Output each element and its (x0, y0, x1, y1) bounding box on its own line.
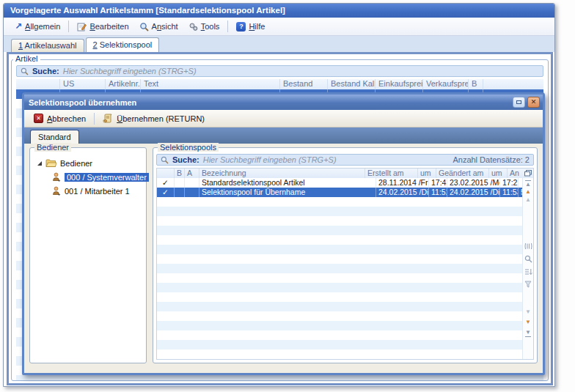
tab-standard[interactable]: Standard (30, 130, 79, 144)
sort-icon[interactable] (524, 268, 532, 275)
scroll-to-top-icon[interactable]: ▲ (525, 180, 531, 188)
column-header-um2[interactable]: um (489, 169, 508, 178)
menu-separator (227, 21, 228, 32)
folder-icon (45, 159, 56, 168)
search-table-icon[interactable] (524, 255, 532, 263)
main-tabstrip: 1 Artikelauswahl 2 Selektionspool (4, 36, 554, 52)
menu-allgemein[interactable]: ↗ Allgemein (10, 20, 65, 33)
menu-hilfe[interactable]: ? Hilfe (231, 21, 270, 33)
dialog-titlebar[interactable]: Selektionspool übernehmen ✕ (24, 95, 543, 110)
allgemein-arrow-icon: ↗ (15, 21, 22, 32)
apply-button[interactable]: Übernehmen (RETURN) (98, 112, 210, 125)
search-placeholder: Hier Suchbegriff eingeben (STRG+S) (203, 155, 337, 164)
toolbar-separator (94, 113, 95, 125)
restore-icon (516, 100, 521, 104)
table-nav-strip: ▲ ▲ ▲ ▼ ▼ ▼ (522, 178, 533, 359)
pools-search-bar[interactable]: Suche: Hier Suchbegriff eingeben (STRG+S… (156, 154, 534, 166)
scroll-up-icon[interactable]: ▲ (525, 188, 531, 196)
cancel-x-icon: ✕ (34, 114, 43, 123)
scroll-down-page-icon[interactable]: ▼ (525, 308, 531, 317)
tab-artikelauswahl[interactable]: 1 Artikelauswahl (11, 39, 84, 52)
user-icon (52, 172, 61, 182)
menu-separator (68, 21, 69, 32)
edit-icon (77, 22, 87, 32)
menu-ansicht[interactable]: Ansicht (134, 21, 183, 33)
restore-button[interactable] (513, 97, 525, 108)
scroll-up-page-icon[interactable]: ▲ (525, 196, 531, 204)
column-header-text[interactable]: Text (141, 79, 280, 89)
dialog-tabstrip: Standard (24, 127, 543, 144)
column-header-marker[interactable] (16, 79, 60, 89)
search-icon (161, 156, 169, 164)
column-header-bestand[interactable]: Bestand (280, 79, 328, 89)
tree-item-systemverwalter[interactable]: 000 / Systemverwalter (30, 170, 146, 184)
gear-icon (188, 22, 198, 32)
column-header-b[interactable]: B (175, 169, 185, 178)
search-placeholder: Hier Suchbegriff eingeben (STRG+S) (63, 67, 197, 75)
help-icon: ? (236, 22, 246, 32)
tab-selektionspool[interactable]: 2 Selektionspool (86, 37, 160, 52)
search-label: Suche: (172, 155, 199, 164)
expander-icon[interactable] (37, 161, 42, 166)
scroll-down-icon[interactable]: ▼ (525, 319, 531, 327)
tree-item-mitarbeiter1[interactable]: 001 / Mitarbeiter 1 (30, 184, 146, 198)
column-header-bezeichnung[interactable]: Bezeichnung (199, 169, 365, 178)
pools-empty-rows (157, 197, 522, 359)
column-header-bestand-kalk[interactable]: Bestand Kalk. (328, 79, 376, 89)
column-header-geaendert-am[interactable]: Geändert am (436, 169, 489, 178)
column-header-erstellt-am[interactable]: Erstellt am (365, 169, 418, 178)
pools-row-uebernahme-selected[interactable]: ✓ Selektionspool für Übernhame 24.02.201… (157, 188, 533, 197)
main-window-title: Vorgelagerte Auswahl Artikelstamm [Stand… (10, 6, 285, 15)
dialog-title: Selektionspool übernehmen (29, 98, 510, 107)
bediener-group-label: Bediener (34, 143, 71, 152)
screen: Vorgelagerte Auswahl Artikelstamm [Stand… (0, 0, 575, 392)
magnifier-icon (139, 22, 149, 32)
selektionspools-group-label: Selektionspools (158, 143, 219, 152)
bediener-groupbox: Bediener Bediener 000 / Systemverwalter … (29, 147, 147, 363)
pools-table: B A Bezeichnung Erstellt am um Geändert … (156, 168, 534, 360)
search-icon (21, 67, 29, 75)
row-checkmark: ✓ (157, 178, 175, 188)
artikel-group-label: Artikel (13, 54, 40, 63)
column-header-us[interactable]: US (60, 79, 106, 89)
column-settings-icon[interactable] (522, 169, 533, 178)
column-header-artikelnr[interactable]: Artikelnr. (106, 79, 141, 89)
scroll-to-bottom-icon[interactable]: ▼ (525, 329, 531, 337)
column-header-um1[interactable]: um (418, 169, 436, 178)
pools-row-standardselektionspool[interactable]: ✓ Standardselektionspool Artikel 28.11.2… (157, 178, 533, 188)
menu-bearbeiten[interactable]: Bearbeiten (72, 21, 133, 33)
tree-root-bediener[interactable]: Bediener (30, 156, 146, 170)
artikel-table-header: US Artikelnr. Text Bestand Bestand Kalk.… (16, 79, 543, 89)
columns-icon[interactable] (524, 243, 532, 250)
selektionspool-dialog: Selektionspool übernehmen ✕ ✕ Abbrechen … (22, 92, 545, 375)
menu-tools[interactable]: Tools (183, 21, 225, 33)
row-checkmark: ✓ (157, 188, 175, 197)
search-label: Suche: (32, 67, 59, 75)
user-icon (52, 186, 61, 196)
column-header-a[interactable]: A (185, 169, 199, 178)
pools-table-header: B A Bezeichnung Erstellt am um Geändert … (157, 169, 533, 178)
cancel-button[interactable]: ✕ Abbrechen (29, 112, 91, 125)
dialog-content: Bediener Bediener 000 / Systemverwalter … (24, 144, 543, 373)
dialog-toolbar: ✕ Abbrechen Übernehmen (RETURN) (24, 110, 543, 127)
main-menubar: ↗ Allgemein Bearbeiten Ansicht Tools ? H… (4, 18, 554, 36)
apply-scroll-icon (103, 114, 113, 123)
column-header-verkaufspreis[interactable]: Verkaufspreis (423, 79, 469, 89)
bediener-tree: Bediener 000 / Systemverwalter 001 / Mit… (30, 148, 146, 198)
close-icon: ✕ (531, 99, 537, 106)
main-window-titlebar[interactable]: Vorgelagerte Auswahl Artikelstamm [Stand… (4, 4, 554, 18)
column-header-b[interactable]: B (469, 79, 483, 89)
close-button[interactable]: ✕ (527, 97, 540, 108)
artikel-search-bar[interactable]: Suche: Hier Suchbegriff eingeben (STRG+S… (16, 65, 543, 77)
record-count: Anzahl Datensätze: 2 (453, 155, 530, 164)
column-header-an[interactable]: An (508, 169, 522, 178)
selektionspools-groupbox: Selektionspools Suche: Hier Suchbegriff … (153, 147, 538, 363)
filter-icon[interactable] (524, 281, 532, 288)
column-header-einkaufspreis[interactable]: Einkaufspreis (376, 79, 423, 89)
